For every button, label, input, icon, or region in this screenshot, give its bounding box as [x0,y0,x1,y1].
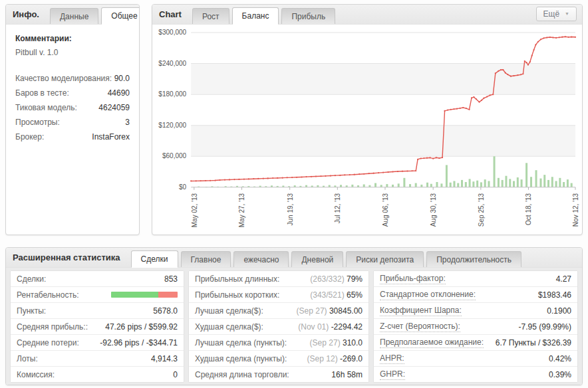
info-content: Комментарии: Pitbull v. 1.0 Качество мод… [6,25,139,157]
table-row: Прибыльных коротких:(343/521) 65% [189,287,368,303]
table-row: Сделки:853 [11,271,184,287]
stat-label: Рентабельность: [17,290,78,300]
table-row: Лучшая сделка (пункты):(Sep 27) 310.0 [189,335,368,351]
stat-label: Z-счет (Вероятность): [380,322,460,332]
chart-tabs: Рост Баланс Прибыль [190,5,335,24]
chart-panel: Chart Рост Баланс Прибыль Ещё ▼ $0$60,00… [152,4,583,235]
stat-label: Комиссия: [17,370,55,379]
tab-obshchee[interactable]: Общее [101,7,140,25]
chart-panel-title: Chart [159,9,182,24]
stat-value-main: 853 [164,274,178,284]
table-row: Лучшая сделка($):(Sep 27) 30845.00 [189,303,368,319]
stats-column: Прибыльных длинных:(263/332) 79%Прибыльн… [188,270,369,383]
stat-value: -7.95 (99.99%) [519,322,571,332]
stat-value-main: 310.0 [343,338,363,347]
stat-value: 0 [173,370,178,379]
stat-label: GHPR: [380,369,405,380]
tab-sdelki[interactable]: Сделки [131,250,178,268]
stat-value: 853 [164,274,178,284]
stats-panel: Расширенная статистика Сделки Главное еж… [5,247,583,385]
info-value: InstaForex [92,133,130,141]
stat-value-main: 65% [347,290,363,300]
stat-value: (Sep 27) 30845.00 [297,306,363,316]
info-row: Тиковая модель:4624059 [15,104,130,112]
stat-value-muted: (343/521) [310,290,347,300]
table-row: AHPR:0.42% [374,351,577,367]
stat-label: Лучшая сделка($): [195,306,263,316]
balance-chart: $0$60,000$120,000$180,000$240,000$300,00… [154,26,581,233]
stat-value-main: 30845.00 [329,306,363,316]
chart-panel-header: Chart Рост Баланс Прибыль Ещё ▼ [152,5,582,25]
info-value: 90.0 [114,74,130,82]
stat-label: Лучшая сделка (пункты): [195,338,287,347]
stat-value-main: 0 [173,370,178,379]
stat-value: 0.42% [549,354,571,363]
tab-dnevnoy[interactable]: Дневной [291,251,343,267]
info-value: 3 [125,118,130,126]
stat-label: Пункты: [17,306,46,316]
table-row: Рентабельность: [11,287,184,303]
table-row: Средняя длина торговли:16h 58m [189,367,368,382]
stat-label: Стандартное отклонение: [380,290,476,300]
info-panel-header: Инфо. Данные Общее [6,5,139,25]
svg-text:Jun 19, '13: Jun 19, '13 [287,193,294,225]
chevron-down-icon: ▼ [565,11,569,16]
info-value: 44690 [108,89,130,97]
tab-prodolzhitelnost[interactable]: Продолжительность [426,251,521,267]
stat-value-main: 5678.0 [153,306,178,316]
profitability-red-segment [158,292,178,298]
stat-label: AHPR: [380,353,404,364]
table-row: Комиссия:0 [11,367,184,382]
table-row: Предполагаемое ожидание:6.7 Пункты / $32… [374,335,577,351]
stat-value-muted: (263/332) [310,274,347,284]
stat-value-main: 6.7 Пункты / $326.39 [496,338,571,347]
tab-rost[interactable]: Рост [192,8,229,24]
page: Инфо. Данные Общее Комментарии: Pitbull … [0,0,588,388]
svg-text:May 02, '13: May 02, '13 [191,193,198,227]
stat-value-main: -92.96 pips / -$344.71 [100,338,178,347]
stat-value: 16h 58m [331,370,363,379]
tab-balans[interactable]: Баланс [232,7,279,25]
stat-value-main: -7.95 (99.99%) [519,322,571,332]
tab-pribyl[interactable]: Прибыль [281,8,335,24]
table-row: GHPR:0.39% [374,367,577,382]
tab-dannye[interactable]: Данные [50,8,98,24]
stat-value: -92.96 pips / -$344.71 [100,338,178,347]
stat-label: Коэффициент Шарпа: [380,306,462,316]
table-row: Стандартное отклонение:$1983.46 [374,287,577,303]
stat-value [111,292,178,298]
info-label: Тиковая модель: [15,104,77,112]
stat-value: 4.27 [556,274,571,284]
stat-label: Сделки: [17,274,46,284]
stat-value: 6.7 Пункты / $326.39 [496,338,571,347]
info-tabs: Данные Общее [47,5,140,24]
tab-ezhechasno[interactable]: ежечасно [233,251,289,267]
stats-tabs: Сделки Главное ежечасно Дневной Риски де… [128,248,521,267]
svg-text:$300,000: $300,000 [158,29,186,36]
stat-value-main: 16h 58m [331,370,363,379]
info-label: Просмотры: [15,118,60,126]
stat-value-main: 47.26 pips / $599.92 [105,322,178,332]
stat-label: Прибыль-фактор: [380,274,446,284]
info-panel-title: Инфо. [13,9,39,24]
profitability-green-segment [111,292,158,298]
stat-value-main: 0.39% [549,370,571,379]
table-row: Прибыль-фактор:4.27 [374,271,577,287]
stat-label: Худшая сделка($): [195,322,263,332]
stat-value: 0.1900 [547,306,571,316]
table-row: Худшая сделка($):(Nov 01) -2294.42 [189,319,368,335]
stat-value: 0.39% [549,370,571,379]
svg-text:Jul 12, '13: Jul 12, '13 [334,193,341,223]
svg-text:$240,000: $240,000 [158,60,186,67]
info-panel: Инфо. Данные Общее Комментарии: Pitbull … [5,4,140,235]
info-row: Баров в тесте:44690 [15,89,130,97]
svg-text:Sep 25, '13: Sep 25, '13 [478,193,485,227]
stats-table: Сделки:853Рентабельность:Пункты:5678.0Ср… [6,268,582,385]
more-button[interactable]: Ещё ▼ [536,7,577,21]
tab-glavnoe[interactable]: Главное [181,251,231,267]
tab-riski-depozita[interactable]: Риски депозита [346,251,424,267]
svg-text:$120,000: $120,000 [158,122,186,129]
comments-label: Комментарии: [15,34,130,43]
stat-value: (343/521) 65% [310,290,363,300]
svg-text:Aug 06, '13: Aug 06, '13 [382,193,389,227]
